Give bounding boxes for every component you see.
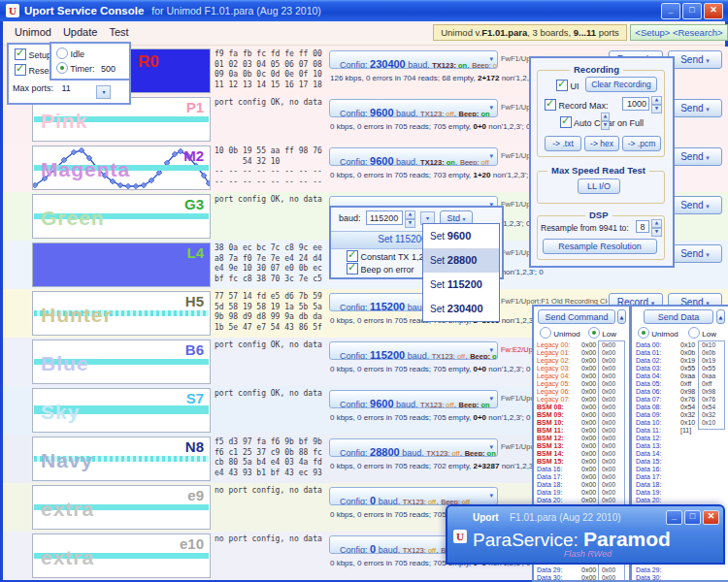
data-list-row[interactable]: Data 30:	[636, 574, 661, 582]
data-list-row[interactable]: Data 18:	[636, 481, 661, 489]
auto-clear-spinner[interactable]: ▲▼	[601, 113, 610, 128]
command-list-row[interactable]: Legacy 03:0x00	[537, 365, 570, 372]
auto-clear-checkbox[interactable]	[560, 116, 572, 128]
port-config-dropdown[interactable]: Config: 9600 baud. TX123: off, Beep: on▾	[329, 99, 498, 117]
config-dropdown-arrow[interactable]: ▾	[489, 152, 493, 160]
send-data-button[interactable]: Send Data	[644, 309, 713, 324]
port-color-box[interactable]: e9extra	[32, 485, 211, 530]
port-config-dropdown[interactable]: Config: 28800 baud. TX123: off, Beep: on…	[329, 438, 498, 457]
port-color-box[interactable]: e10extra	[32, 534, 211, 578]
port-color-box[interactable]: B6Blue	[32, 340, 211, 384]
setup-checkbox[interactable]	[15, 48, 26, 60]
timer-radio[interactable]	[56, 62, 68, 74]
config-dropdown-arrow[interactable]: ▾	[489, 395, 493, 403]
popup-close-button[interactable]: ✕	[703, 510, 719, 525]
baud-input[interactable]: 115200	[366, 210, 403, 225]
baud-menu-item[interactable]: Set 9600	[423, 224, 499, 248]
port-color-box[interactable]: G3Green	[32, 194, 211, 239]
radio-unimod[interactable]	[638, 327, 649, 339]
resample-input[interactable]: 8	[636, 220, 649, 233]
record-max-input[interactable]: 1000	[622, 97, 649, 111]
config-dropdown-arrow[interactable]: ▾	[489, 492, 493, 500]
command-list-row[interactable]: Legacy 01:0x00	[537, 349, 570, 357]
command-list-row[interactable]: BSM 14:0x00	[537, 450, 564, 458]
baud-menu-item[interactable]: Set 230400	[423, 297, 499, 321]
port-config-dropdown[interactable]: Config: 9600 baud. TX123: on, Beep: off▾	[329, 147, 498, 166]
command-list-row[interactable]: Data 18:0x00	[537, 481, 562, 489]
export-txt-button[interactable]: -> .txt	[545, 136, 581, 151]
popup-maximize-button[interactable]: □	[684, 510, 701, 525]
data-list-row[interactable]: Data 04:0xaa	[636, 372, 661, 380]
command-list-row[interactable]: Legacy 06:0x00	[537, 388, 570, 396]
export-pcm-button[interactable]: -> .pcm	[622, 136, 661, 151]
resample-spinner[interactable]: ▲▼	[651, 219, 662, 235]
port-config-dropdown[interactable]: Config: 230400 baud. TX123: on, Beep: of…	[329, 50, 498, 69]
export-hex-button[interactable]: -> hex	[584, 136, 619, 151]
command-list-row[interactable]: Data 19:0x00	[537, 489, 562, 497]
command-list-row[interactable]: Data 16:0x00	[537, 466, 562, 473]
data-list-row[interactable]: Data 17:	[636, 473, 661, 481]
close-button[interactable]: ✕	[704, 3, 723, 19]
menu-item-update[interactable]: Update	[63, 26, 97, 38]
send-dropdown-button[interactable]: Send ▾	[668, 147, 722, 166]
data-list-row[interactable]: Data 19:	[636, 489, 661, 497]
send-dropdown-button[interactable]: Send ▾	[668, 244, 722, 263]
baud-spinner[interactable]: ▲▼	[405, 210, 415, 226]
command-list-row[interactable]: Legacy 07:0x00	[537, 396, 570, 404]
send-dropdown-button[interactable]: Send ▾	[668, 196, 722, 214]
port-color-box[interactable]: L4	[32, 242, 211, 287]
baud-menu-item[interactable]: Set 28800	[423, 248, 499, 273]
idle-radio[interactable]	[56, 48, 68, 59]
data-list-row[interactable]: Data 01:0x0b	[636, 349, 661, 357]
config-dropdown-arrow[interactable]: ▾	[489, 55, 493, 63]
command-list-row[interactable]: BSM 09:0x00	[537, 411, 564, 419]
command-list-row[interactable]: Legacy 05:0x00	[537, 380, 570, 388]
command-list-row[interactable]: BSM 13:0x00	[537, 442, 564, 450]
menu-item-test[interactable]: Test	[109, 26, 128, 38]
radio-low[interactable]	[588, 327, 600, 339]
record-max-spinner[interactable]: ▲▼	[651, 96, 662, 112]
port-color-box[interactable]: S7Sky	[32, 388, 211, 433]
command-list-row[interactable]: Legacy 04:0x00	[537, 372, 570, 380]
record-max-checkbox[interactable]	[545, 99, 556, 111]
radio-unimod[interactable]	[540, 327, 551, 339]
data-list-row[interactable]: Data 14:	[636, 450, 661, 458]
data-list-row[interactable]: Data 29:	[636, 566, 661, 574]
port-color-box[interactable]: H5Hunter	[32, 291, 211, 336]
scroll-up-button[interactable]: ▲	[716, 309, 725, 324]
port-config-dropdown[interactable]: Config: 9600 baud. TX123: off, Beep: on▾	[329, 390, 498, 408]
data-list-row[interactable]: Data 10:0x10	[636, 419, 661, 427]
data-list-row[interactable]: Data 08:0x54	[636, 404, 661, 411]
command-list-row[interactable]: Data 20:0x00	[537, 497, 562, 504]
data-list-row[interactable]: Data 05:0xff	[636, 380, 661, 388]
send-command-button[interactable]: Send Command	[538, 309, 615, 324]
clear-recording-button[interactable]: Clear Recording	[585, 77, 657, 92]
data-edit-column[interactable]: 0x100x0b0x190x550xaa0xff0x980x760x540x32…	[698, 340, 725, 430]
beep-on-error-checkbox[interactable]	[347, 263, 358, 275]
port-color-box[interactable]: N8Navy	[32, 436, 211, 481]
menu-item-unimod[interactable]: Unimod	[15, 26, 51, 38]
data-list-row[interactable]: Data 20:	[636, 497, 661, 504]
data-list-row[interactable]: Data 09:0x32	[636, 411, 661, 419]
ui-checkbox[interactable]	[556, 80, 568, 91]
port-color-box[interactable]: M2Magenta	[32, 146, 211, 190]
data-list-row[interactable]: Data 07:0x76	[636, 396, 661, 404]
data-list-row[interactable]: Data 15:	[636, 458, 661, 466]
command-list-row[interactable]: Data 17:0x00	[537, 473, 562, 481]
command-list-row[interactable]: BSM 11:0x00	[537, 427, 563, 435]
max-ports-dropdown[interactable]: ▾	[96, 85, 111, 99]
send-dropdown-button[interactable]: Send ▾	[668, 50, 722, 69]
config-dropdown-arrow[interactable]: ▾	[489, 346, 493, 354]
data-list-row[interactable]: Data 06:0x98	[636, 388, 661, 396]
command-list-row[interactable]: BSM 12:0x00	[537, 435, 564, 442]
radio-low[interactable]	[688, 327, 700, 339]
port-config-dropdown[interactable]: Config: 0 baud. TX123: off, Beep: off▾	[329, 487, 498, 505]
port-config-dropdown[interactable]: Config: 115200 baud. TX123: off, Beep: o…	[329, 341, 498, 360]
data-list-row[interactable]: Data 11:[11]	[636, 427, 661, 435]
data-list-row[interactable]: Data 03:0x55	[636, 365, 661, 372]
data-list-row[interactable]: Data 16:	[636, 466, 661, 473]
popup-minimize-button[interactable]: _	[666, 510, 682, 525]
data-list-row[interactable]: Data 13:	[636, 442, 661, 450]
scroll-up-button[interactable]: ▲	[617, 309, 626, 324]
research-checkbox[interactable]	[15, 64, 26, 76]
